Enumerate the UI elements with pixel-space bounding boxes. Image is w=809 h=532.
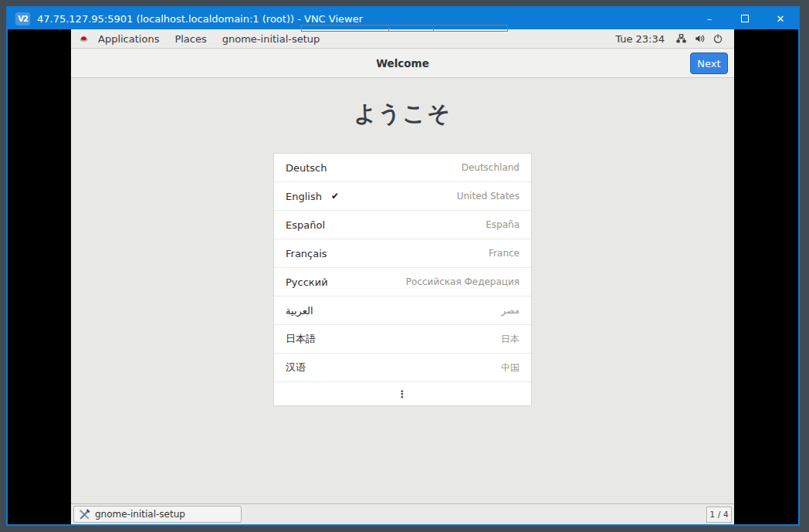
language-row-japanese[interactable]: 日本語 日本 — [274, 325, 531, 354]
language-region: France — [489, 248, 520, 259]
network-icon — [675, 33, 687, 44]
vnc-logo-icon: V2 — [15, 12, 30, 25]
language-row-chinese[interactable]: 汉语 中国 — [274, 354, 531, 382]
window-list-taskbar: gnome-initial-setup 1 / 4 — [71, 503, 734, 524]
language-region: España — [486, 219, 520, 230]
vnc-window-title: 47.75.127.95:5901 (localhost.localdomain… — [37, 13, 692, 25]
volume-icon — [694, 33, 706, 44]
language-row-arabic[interactable]: العربية مصر — [274, 296, 531, 325]
language-name: Français — [286, 248, 327, 259]
language-region: 中国 — [501, 361, 520, 374]
next-button[interactable]: Next — [690, 53, 728, 74]
clock[interactable]: Tue 23:34 — [608, 33, 672, 45]
vnc-viewer-window: V2 47.75.127.95:5901 (localhost.localdom… — [6, 6, 800, 526]
toolbar-divider — [433, 28, 434, 31]
language-row-espanol[interactable]: Español España — [274, 211, 531, 239]
toolbar-divider — [388, 28, 389, 31]
language-region: Российская Федерация — [406, 276, 520, 287]
minimize-button[interactable]: – — [692, 8, 727, 29]
language-name: Español — [286, 219, 325, 231]
check-icon: ✔ — [331, 191, 339, 202]
gnome-top-bar: Applications Places gnome-initial-setup … — [71, 29, 734, 49]
more-icon: ⋮ — [398, 388, 408, 400]
maximize-icon — [741, 15, 749, 22]
language-row-francais[interactable]: Français France — [274, 239, 531, 268]
tools-icon — [79, 509, 90, 520]
app-header-bar: Welcome Next — [71, 49, 734, 78]
language-region: United States — [457, 191, 520, 202]
language-name: 日本語 — [286, 332, 316, 346]
language-name: Русский — [286, 276, 328, 288]
distro-logo-icon — [79, 34, 89, 44]
language-region: Deutschland — [462, 162, 520, 173]
close-button[interactable]: ✕ — [763, 8, 798, 29]
language-row-deutsch[interactable]: Deutsch Deutschland — [274, 154, 531, 182]
active-app-menu[interactable]: gnome-initial-setup — [215, 29, 328, 48]
taskbar-item-label: gnome-initial-setup — [95, 509, 185, 520]
maximize-button[interactable] — [727, 8, 763, 29]
welcome-page: ようこそ Deutsch Deutschland English ✔ Unite… — [71, 78, 734, 503]
more-languages-button[interactable]: ⋮ — [274, 382, 531, 405]
system-status-area[interactable] — [672, 33, 728, 44]
language-list: Deutsch Deutschland English ✔ United Sta… — [273, 153, 532, 406]
language-row-english[interactable]: English ✔ United States — [274, 182, 531, 211]
language-row-russian[interactable]: Русский Российская Федерация — [274, 268, 531, 296]
vnc-window-controls: – ✕ — [692, 8, 798, 29]
page-title: Welcome — [71, 57, 734, 69]
language-region: 日本 — [501, 333, 520, 346]
workspace-pager[interactable]: 1 / 4 — [706, 507, 732, 523]
language-name: 汉语 — [286, 361, 306, 374]
welcome-heading: ようこそ — [354, 99, 452, 130]
taskbar-item-gnome-initial-setup[interactable]: gnome-initial-setup — [73, 506, 242, 523]
language-region: مصر — [502, 305, 520, 316]
remote-desktop: Applications Places gnome-initial-setup … — [71, 29, 734, 524]
vnc-toolbar-stub[interactable] — [301, 25, 508, 32]
language-name: العربية — [286, 305, 313, 317]
language-name: English — [286, 191, 322, 202]
applications-menu[interactable]: Applications — [90, 29, 167, 48]
power-icon — [713, 33, 723, 44]
language-name: Deutsch — [286, 162, 327, 174]
places-menu[interactable]: Places — [167, 29, 214, 48]
